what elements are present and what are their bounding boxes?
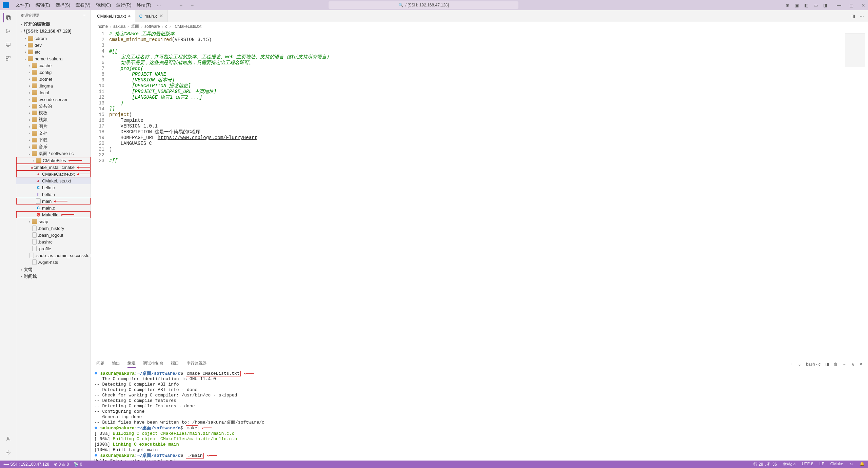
tree-item[interactable]: ›.cache	[16, 62, 91, 69]
sidebar-toggle-icon[interactable]: ▭	[814, 3, 818, 8]
code-editor[interactable]: 1234567891011121314151617181920212223 # …	[91, 31, 868, 359]
tree-item[interactable]: ›dev	[16, 42, 91, 48]
minimap[interactable]	[845, 33, 865, 67]
tree-item[interactable]: CMakeLists.txt	[16, 177, 91, 184]
problems-status[interactable]: ⊗ 0 ⚠ 0	[54, 462, 69, 467]
close-panel-icon[interactable]: ✕	[859, 362, 863, 367]
section-root[interactable]: ⌄ / [SSH: 192.168.47.128]	[16, 27, 91, 34]
tree-item[interactable]: main◂	[16, 198, 91, 204]
breadcrumb-item[interactable]: sakura	[113, 24, 125, 29]
terminal-output[interactable]: ● sakura@sakura:~/桌面/software/c$ cmake C…	[91, 369, 868, 461]
split-icon[interactable]: ◨	[825, 362, 829, 367]
shell-label[interactable]: bash - c	[806, 362, 821, 367]
tree-item[interactable]: ›.vscode-server	[16, 96, 91, 103]
tree-item[interactable]: hhello.h	[16, 191, 91, 198]
tree-item[interactable]: .sudo_as_admin_successful	[16, 252, 91, 259]
language-status[interactable]: CMake	[830, 462, 843, 467]
tree-item[interactable]: ›图片	[16, 123, 91, 130]
breadcrumb-item[interactable]: home	[98, 24, 108, 29]
section-timeline[interactable]: › 时间线	[16, 273, 91, 280]
account-icon[interactable]	[3, 434, 13, 444]
tree-item[interactable]: .bashrc	[16, 238, 91, 245]
tree-item[interactable]: ›视频	[16, 116, 91, 123]
remote-icon[interactable]	[3, 40, 13, 50]
editor-tab[interactable]: CMakeLists.txt●	[91, 10, 135, 22]
more-icon[interactable]: ⋯	[843, 362, 847, 367]
tree-item[interactable]: ⚙Makefile◂	[16, 211, 91, 218]
menu-item[interactable]: …	[154, 2, 164, 8]
tree-item[interactable]: Chello.c	[16, 184, 91, 191]
extensions-icon[interactable]	[3, 54, 13, 63]
menu-item[interactable]: 查看(V)	[73, 2, 93, 8]
panel-tab[interactable]: 调试控制台	[143, 360, 163, 368]
settings-icon[interactable]	[3, 448, 13, 457]
breadcrumb-item[interactable]: CMakeLists.txt	[175, 24, 201, 29]
tree-item[interactable]: Cmain.c	[16, 204, 91, 211]
tree-item[interactable]: ›cdrom	[16, 35, 91, 42]
editor-tab[interactable]: Cmain.c✕	[135, 10, 168, 22]
menu-item[interactable]: 运行(R)	[114, 2, 134, 8]
tree-item[interactable]: ›snap	[16, 218, 91, 225]
section-open-editors[interactable]: › 打开的编辑器	[16, 21, 91, 27]
panel-tab[interactable]: 终端	[127, 360, 136, 368]
menu-item[interactable]: 文件(F)	[13, 2, 33, 8]
panel-toggle-icon[interactable]: ◧	[804, 3, 808, 8]
ports-status[interactable]: 📡 0	[74, 462, 82, 467]
feedback-icon[interactable]: ☺	[849, 462, 853, 467]
breadcrumb-item[interactable]: software	[144, 24, 160, 29]
split-terminal-icon[interactable]: ⌄	[798, 362, 801, 367]
panel-tab[interactable]: 端口	[171, 360, 179, 368]
tree-item[interactable]: ⌄桌面 / software / c	[16, 150, 91, 157]
breadcrumb-item[interactable]: c	[165, 24, 167, 29]
nav-back-icon[interactable]: ←	[179, 3, 183, 8]
command-center[interactable]: 🔍 / [SSH: 192.168.47.128]	[329, 1, 518, 9]
notifications-icon[interactable]: 🔔	[860, 462, 865, 467]
tree-item[interactable]: ›音乐	[16, 143, 91, 150]
maximize-icon[interactable]: ▢	[849, 3, 853, 8]
breadcrumb[interactable]: home›sakura›桌面›software›c›CMakeLists.txt	[91, 22, 868, 31]
tree-item[interactable]: ›CMakeFiles◂	[16, 157, 91, 164]
tree-item[interactable]: .wget-hsts	[16, 259, 91, 266]
more-icon[interactable]: ⋯	[83, 13, 87, 18]
tree-item[interactable]: .profile	[16, 245, 91, 252]
tree-item[interactable]: ›.local	[16, 89, 91, 96]
panel-tab[interactable]: 串行监视器	[186, 360, 207, 368]
menu-item[interactable]: 编辑(E)	[33, 2, 53, 8]
copilot-icon[interactable]: ⊕	[786, 3, 789, 8]
tree-item[interactable]: .bash_logout	[16, 232, 91, 238]
more-icon[interactable]: ⋯	[860, 14, 864, 19]
tree-item[interactable]: ›公共的	[16, 103, 91, 110]
menu-item[interactable]: 终端(T)	[134, 2, 154, 8]
panel-tab[interactable]: 问题	[96, 360, 104, 368]
tree-item[interactable]: .bash_history	[16, 225, 91, 232]
menu-item[interactable]: 选择(S)	[53, 2, 73, 8]
tree-item[interactable]: ›.dotnet	[16, 76, 91, 82]
tree-item[interactable]: CMakeCache.txt◂	[16, 171, 91, 177]
encoding-status[interactable]: UTF-8	[802, 462, 813, 467]
close-icon[interactable]: ✕	[862, 3, 865, 8]
tree-item[interactable]: ›下载	[16, 137, 91, 143]
remote-status[interactable]: ⟷ SSH: 192.168.47.128	[3, 462, 49, 467]
tree-item[interactable]: ›文档	[16, 130, 91, 137]
code-content[interactable]: # 指定CMake 工具的最低版本cmake_minimum_required(…	[109, 31, 868, 359]
explorer-icon[interactable]	[3, 13, 13, 22]
cursor-position[interactable]: 行 28，列 36	[753, 462, 777, 467]
panel-tab[interactable]: 输出	[112, 360, 120, 368]
close-icon[interactable]: ✕	[159, 13, 163, 19]
split-editor-icon[interactable]: ◨	[851, 14, 855, 19]
maximize-panel-icon[interactable]: ∧	[851, 362, 854, 367]
minimize-icon[interactable]: —	[837, 3, 841, 8]
tree-item[interactable]: ⌄home / sakura	[16, 55, 91, 62]
dirty-icon[interactable]: ●	[128, 13, 131, 19]
source-control-icon[interactable]	[3, 26, 13, 36]
indent-status[interactable]: 空格: 4	[783, 462, 795, 467]
tree-item[interactable]: cmake_install.cmake◂	[16, 164, 91, 171]
section-outline[interactable]: › 大纲	[16, 266, 91, 273]
layout-icon[interactable]: ▣	[795, 3, 799, 8]
tree-item[interactable]: ›.lingma	[16, 82, 91, 89]
eol-status[interactable]: LF	[820, 462, 824, 467]
tree-item[interactable]: ›.config	[16, 69, 91, 76]
trash-icon[interactable]: 🗑	[834, 362, 838, 367]
tree-item[interactable]: ›etc	[16, 48, 91, 55]
nav-forward-icon[interactable]: →	[190, 3, 194, 8]
